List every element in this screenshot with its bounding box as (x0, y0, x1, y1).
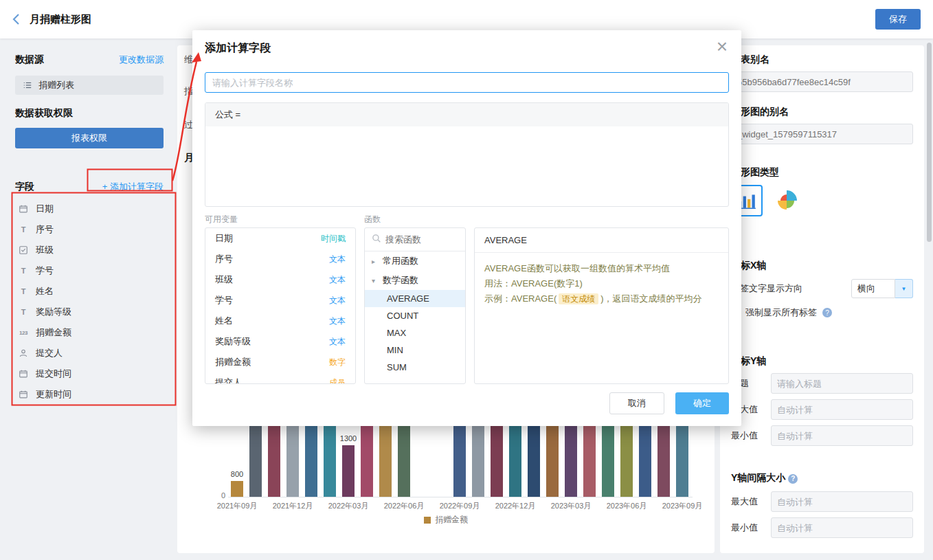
y-axis-section-title: 坐标Y轴 (731, 355, 913, 368)
variable-row[interactable]: 班级文本 (205, 269, 355, 290)
variable-row[interactable]: 捐赠金额数字 (205, 352, 355, 372)
variable-name: 捐赠金额 (215, 356, 251, 368)
number-icon: 123 (18, 330, 29, 336)
interval-min-input[interactable] (771, 517, 913, 538)
field-label: 序号 (36, 223, 54, 236)
variable-row[interactable]: 日期时间戳 (205, 228, 355, 249)
save-button[interactable]: 保存 (875, 9, 921, 30)
change-datasource-link[interactable]: 更改数据源 (119, 54, 164, 66)
variable-type-tag: 数字 (329, 357, 346, 368)
help-icon-2[interactable]: ? (788, 474, 798, 484)
variable-row[interactable]: 奖励等级文本 (205, 331, 355, 352)
confirm-button[interactable]: 确定 (675, 392, 729, 414)
label-direction-select[interactable]: 横向 ▼ (851, 279, 913, 298)
y-axis-max-input[interactable] (771, 399, 913, 420)
field-label: 捐赠金额 (36, 326, 71, 339)
cancel-button[interactable]: 取消 (609, 392, 664, 414)
text-icon: T (18, 267, 29, 275)
field-row[interactable]: 提交人 (7, 343, 172, 363)
datasource-item[interactable]: 捐赠列表 (15, 76, 164, 95)
calc-field-name-input[interactable] (205, 72, 729, 93)
field-row[interactable]: 提交时间 (7, 363, 172, 384)
formula-editor[interactable]: 公式 = (205, 102, 729, 207)
label-direction-value: 横向 (851, 279, 895, 298)
function-description-text: AVERAGE函数可以获取一组数值的算术平均值 (484, 261, 719, 276)
x-axis-section-title: 坐标X轴 (731, 260, 913, 272)
function-group[interactable]: ▸常用函数 (365, 251, 465, 271)
field-row[interactable]: 班级 (7, 240, 172, 260)
x-axis-tick-label: 2022年12月 (495, 501, 536, 511)
page-title: 月捐赠柱形图 (30, 13, 91, 26)
interval-max-label: 最大值 (731, 495, 771, 508)
dialog-title: 添加计算字段 (205, 30, 729, 56)
variable-row[interactable]: 姓名文本 (205, 311, 355, 331)
chart-bar (231, 481, 243, 497)
x-axis-tick-label: 2021年12月 (273, 501, 313, 511)
variable-row[interactable]: 提交人成员 (205, 372, 355, 384)
function-item[interactable]: COUNT (365, 307, 465, 324)
datasource-item-label: 捐赠列表 (38, 79, 74, 91)
left-sidebar: 数据源 更改数据源 捐赠列表 数据获取权限 报表权限 字段 + 添加计算字段 日… (7, 45, 172, 553)
variable-name: 学号 (215, 294, 233, 306)
variables-title: 可用变量 (205, 214, 356, 227)
chart-type-pie-option[interactable] (771, 185, 802, 216)
field-row[interactable]: T奖励等级 (7, 302, 172, 322)
help-icon[interactable]: ? (822, 308, 832, 317)
report-permission-button[interactable]: 报表权限 (15, 128, 164, 148)
report-alias-input[interactable] (731, 71, 913, 92)
field-row[interactable]: T姓名 (7, 281, 172, 302)
y-axis-zero-label: 0 (205, 491, 225, 500)
y-axis-min-input[interactable] (771, 425, 913, 446)
text-icon: T (18, 225, 29, 234)
legend-swatch (424, 517, 431, 524)
function-search-input[interactable] (385, 234, 457, 245)
x-axis-tick-label: 2022年03月 (328, 501, 369, 511)
datasource-section-title: 数据源 (15, 54, 44, 66)
variable-row[interactable]: 序号文本 (205, 249, 355, 269)
table-list-icon (22, 80, 33, 90)
function-description: AVERAGE AVERAGE函数可以获取一组数值的算术平均值 用法：AVERA… (474, 227, 729, 384)
x-axis-tick-label: 2023年06月 (607, 501, 647, 511)
variable-name: 奖励等级 (215, 335, 251, 348)
x-axis-tick-label: 2023年09月 (662, 501, 703, 511)
function-group-label: 常用函数 (383, 255, 418, 267)
field-list: 日期T序号班级T学号T姓名T奖励等级123捐赠金额提交人提交时间更新时间 (7, 199, 172, 405)
back-button[interactable] (12, 13, 20, 25)
field-row[interactable]: 更新时间 (7, 384, 172, 405)
y-axis-title-input[interactable] (771, 373, 913, 394)
variable-row[interactable]: 学号文本 (205, 290, 355, 311)
chart-legend[interactable]: 捐赠金额 (177, 514, 715, 526)
function-item[interactable]: MAX (365, 324, 465, 341)
function-item[interactable]: AVERAGE (365, 290, 465, 307)
chevron-left-icon (12, 13, 20, 25)
function-usage: 用法：AVERAGE(数字1) (484, 276, 719, 291)
interval-min-label: 最小值 (731, 522, 771, 534)
add-calc-field-button[interactable]: + 添加计算字段 (102, 181, 164, 193)
pie-chart-icon (774, 188, 799, 213)
page-scrollbar[interactable] (927, 43, 932, 242)
settings-panel: 报表别名 柱形图的别名 柱形图类型 坐标X轴 标签文字显示方向 横向 ▼ 强制显… (720, 45, 924, 553)
field-label: 奖励等级 (36, 306, 71, 318)
field-row[interactable]: T序号 (7, 219, 172, 240)
legend-label: 捐赠金额 (435, 514, 468, 526)
bar-value-label: 1300 (340, 434, 357, 443)
calendar-icon (18, 390, 29, 399)
function-group[interactable]: ▾数学函数 (365, 271, 465, 290)
close-icon[interactable]: × (717, 37, 728, 56)
chart-bar (342, 445, 355, 497)
field-row[interactable]: 123捐赠金额 (7, 322, 172, 343)
field-label: 学号 (36, 265, 54, 277)
field-row[interactable]: 日期 (7, 199, 172, 219)
x-axis-tick-label: 2022年06月 (384, 501, 425, 511)
interval-max-input[interactable] (771, 491, 913, 512)
force-labels-label: 强制显示所有标签 (745, 306, 817, 319)
y-axis-min-label: 最小值 (731, 429, 771, 442)
function-item[interactable]: SUM (365, 359, 465, 376)
variable-name: 序号 (215, 253, 233, 265)
function-description-title: AVERAGE (475, 228, 728, 253)
function-item[interactable]: MIN (365, 341, 465, 359)
widget-alias-input[interactable] (731, 124, 913, 144)
field-row[interactable]: T学号 (7, 260, 172, 281)
fields-section-title: 字段 (15, 181, 34, 193)
variable-type-tag: 时间戳 (321, 233, 346, 245)
